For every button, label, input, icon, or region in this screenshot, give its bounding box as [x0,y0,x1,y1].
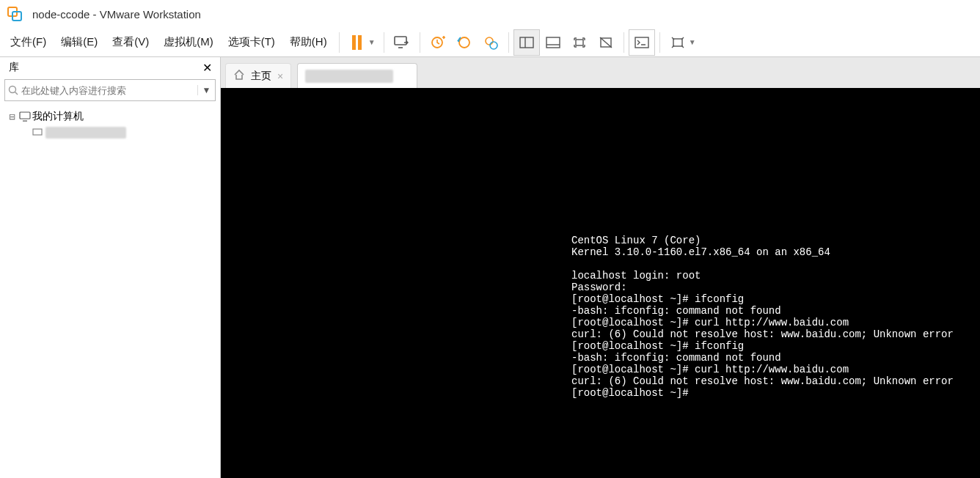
menu-view[interactable]: 查看(V) [105,31,156,54]
stretch-dropdown[interactable]: ▼ [688,38,697,46]
tree-root-my-computer[interactable]: ⊟ 我的计算机 [0,109,220,125]
library-title: 库 [9,61,19,74]
titlebar: node-ccode - VMware Workstation [0,0,980,28]
library-search[interactable]: ▼ [4,79,216,101]
unity-button[interactable] [593,29,619,56]
tree-collapse-icon[interactable]: ⊟ [9,112,19,122]
search-icon [5,85,21,95]
console-icon [635,37,649,48]
toolbar-separator [339,32,340,53]
menu-tabs[interactable]: 选项卡(T) [221,31,282,54]
clock-plus-icon [430,34,446,51]
search-dropdown[interactable]: ▼ [197,85,215,95]
svg-point-17 [10,87,16,93]
monitor-send-icon [393,35,411,50]
svg-rect-8 [520,37,533,48]
svg-line-14 [600,37,612,48]
svg-rect-16 [673,39,682,46]
tab-home-label: 主页 [251,70,271,83]
snapshot-take-button[interactable] [425,29,451,56]
pause-button[interactable] [344,29,370,56]
redacted-tab-label [305,70,393,83]
toolbar-separator [384,32,384,53]
menubar: 文件(F) 编辑(E) 查看(V) 虚拟机(M) 选项卡(T) 帮助(H) ▼ [0,28,980,57]
single-view-icon [546,37,560,48]
svg-point-5 [459,37,469,48]
vmware-app-icon [7,7,22,21]
window-title: node-ccode - VMware Workstation [32,8,201,21]
svg-point-7 [490,42,497,49]
close-sidebar-button[interactable]: ✕ [200,61,214,75]
menu-edit[interactable]: 编辑(E) [54,31,105,54]
vm-icon [32,128,45,137]
console-view-button[interactable] [629,29,655,56]
home-icon [233,69,245,83]
svg-rect-21 [33,129,42,135]
svg-rect-2 [395,37,406,45]
fullscreen-button[interactable] [566,29,593,56]
svg-point-6 [486,37,493,45]
svg-line-18 [15,92,18,95]
svg-rect-10 [546,37,560,48]
view-single-button[interactable] [540,29,566,56]
send-ctrl-alt-del-button[interactable] [389,29,415,56]
tab-home[interactable]: 主页 × [225,63,291,88]
computer-icon [19,111,32,122]
tab-active-vm[interactable] [297,63,417,88]
split-view-icon [519,37,534,48]
menu-vm[interactable]: 虚拟机(M) [156,31,221,54]
tab-close-button[interactable]: × [277,70,283,82]
view-split-button[interactable] [513,29,540,56]
menu-file[interactable]: 文件(F) [3,31,54,54]
toolbar-separator [624,32,624,53]
vm-console[interactable]: CentOS Linux 7 (Core) Kernel 3.10.0-1160… [221,88,980,478]
power-dropdown[interactable]: ▼ [368,38,376,46]
menu-help[interactable]: 帮助(H) [282,31,334,54]
tree-vm-item[interactable] [0,125,220,141]
svg-rect-19 [20,112,30,119]
tabstrip: 主页 × [221,57,980,88]
unity-icon [599,36,613,49]
clock-revert-icon [456,34,472,51]
library-sidebar: 库 ✕ ▼ ⊟ 我的计算机 [0,57,221,478]
pause-icon [352,35,362,50]
search-input[interactable] [21,85,197,96]
toolbar-separator [508,32,509,53]
fullscreen-icon [572,36,587,49]
svg-rect-15 [635,37,648,48]
stretch-icon [670,36,685,49]
clock-manager-icon [483,34,499,51]
tree-root-label: 我的计算机 [32,110,84,123]
snapshot-manager-button[interactable] [478,29,504,56]
stretch-button[interactable] [665,29,691,56]
library-tree: ⊟ 我的计算机 [0,106,220,478]
content-area: 主页 × CentOS Linux 7 (Core) Kernel 3.10.0… [221,57,980,478]
snapshot-revert-button[interactable] [451,29,478,56]
redacted-vm-name [45,127,126,139]
toolbar-separator [659,32,660,53]
svg-rect-12 [576,40,583,45]
toolbar-separator [420,32,420,53]
